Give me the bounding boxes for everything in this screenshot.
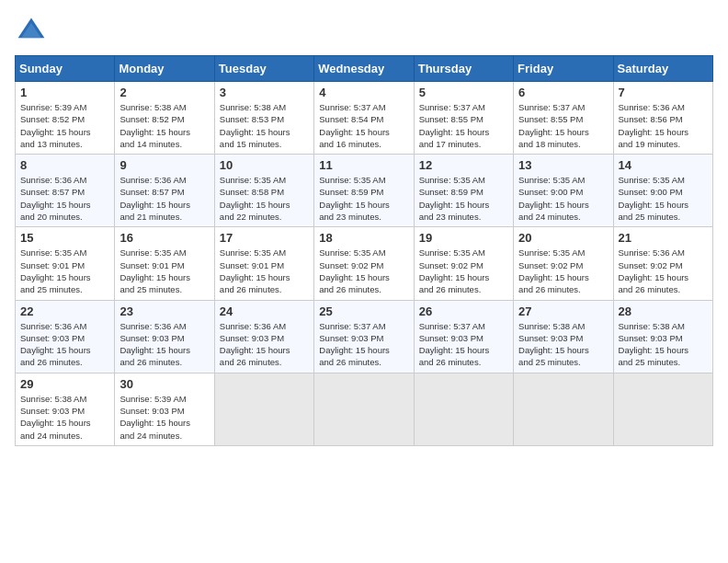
calendar-header-row: SundayMondayTuesdayWednesdayThursdayFrid… bbox=[16, 56, 713, 82]
calendar-week-4: 22 Sunrise: 5:36 AM Sunset: 9:03 PM Dayl… bbox=[16, 300, 713, 373]
day-info: Sunrise: 5:35 AM Sunset: 9:01 PM Dayligh… bbox=[20, 247, 109, 295]
calendar-header-sunday: Sunday bbox=[16, 56, 115, 82]
calendar-week-3: 15 Sunrise: 5:35 AM Sunset: 9:01 PM Dayl… bbox=[16, 227, 713, 300]
logo-icon bbox=[15, 15, 48, 48]
day-info: Sunrise: 5:37 AM Sunset: 8:54 PM Dayligh… bbox=[319, 101, 408, 150]
calendar-cell: 11 Sunrise: 5:35 AM Sunset: 8:59 PM Dayl… bbox=[314, 155, 414, 227]
calendar-cell: 22 Sunrise: 5:36 AM Sunset: 9:03 PM Dayl… bbox=[16, 300, 115, 373]
calendar-cell: 25 Sunrise: 5:37 AM Sunset: 9:03 PM Dayl… bbox=[314, 300, 414, 373]
calendar-cell: 4 Sunrise: 5:37 AM Sunset: 8:54 PM Dayli… bbox=[314, 82, 414, 155]
calendar-cell: 12 Sunrise: 5:35 AM Sunset: 8:59 PM Dayl… bbox=[414, 155, 513, 227]
day-number: 30 bbox=[119, 377, 209, 391]
day-info: Sunrise: 5:37 AM Sunset: 8:55 PM Dayligh… bbox=[419, 101, 508, 150]
calendar-header-monday: Monday bbox=[115, 56, 214, 82]
calendar-cell bbox=[214, 373, 313, 445]
calendar-week-5: 29 Sunrise: 5:38 AM Sunset: 9:03 PM Dayl… bbox=[16, 373, 713, 445]
day-number: 18 bbox=[319, 231, 408, 245]
day-number: 25 bbox=[319, 304, 408, 318]
day-number: 3 bbox=[220, 86, 309, 99]
day-info: Sunrise: 5:35 AM Sunset: 9:01 PM Dayligh… bbox=[220, 247, 309, 295]
day-number: 8 bbox=[20, 158, 109, 172]
calendar-header-saturday: Saturday bbox=[613, 56, 712, 82]
day-info: Sunrise: 5:37 AM Sunset: 8:55 PM Dayligh… bbox=[518, 101, 608, 150]
calendar-cell bbox=[414, 373, 513, 445]
calendar-cell: 21 Sunrise: 5:36 AM Sunset: 9:02 PM Dayl… bbox=[613, 227, 712, 300]
day-info: Sunrise: 5:35 AM Sunset: 9:02 PM Dayligh… bbox=[419, 247, 508, 295]
calendar-cell: 18 Sunrise: 5:35 AM Sunset: 9:02 PM Dayl… bbox=[314, 227, 414, 300]
day-number: 29 bbox=[20, 377, 109, 391]
day-info: Sunrise: 5:39 AM Sunset: 9:03 PM Dayligh… bbox=[119, 393, 209, 442]
day-info: Sunrise: 5:38 AM Sunset: 9:03 PM Dayligh… bbox=[518, 320, 608, 369]
calendar-cell: 28 Sunrise: 5:38 AM Sunset: 9:03 PM Dayl… bbox=[613, 300, 712, 373]
calendar-cell: 30 Sunrise: 5:39 AM Sunset: 9:03 PM Dayl… bbox=[115, 373, 214, 445]
day-number: 6 bbox=[518, 86, 608, 99]
calendar-cell: 15 Sunrise: 5:35 AM Sunset: 9:01 PM Dayl… bbox=[16, 227, 115, 300]
day-number: 26 bbox=[419, 304, 508, 318]
day-number: 20 bbox=[518, 231, 608, 245]
day-info: Sunrise: 5:35 AM Sunset: 8:59 PM Dayligh… bbox=[319, 174, 408, 223]
calendar-cell: 27 Sunrise: 5:38 AM Sunset: 9:03 PM Dayl… bbox=[514, 300, 613, 373]
calendar-cell bbox=[613, 373, 712, 445]
day-number: 4 bbox=[319, 86, 408, 99]
day-info: Sunrise: 5:36 AM Sunset: 9:03 PM Dayligh… bbox=[119, 320, 209, 369]
day-number: 2 bbox=[119, 86, 209, 99]
day-number: 28 bbox=[619, 304, 708, 318]
day-number: 1 bbox=[20, 86, 109, 99]
day-info: Sunrise: 5:36 AM Sunset: 9:03 PM Dayligh… bbox=[220, 320, 309, 369]
day-info: Sunrise: 5:35 AM Sunset: 9:01 PM Dayligh… bbox=[119, 247, 209, 295]
calendar-cell: 3 Sunrise: 5:38 AM Sunset: 8:53 PM Dayli… bbox=[214, 82, 313, 155]
day-number: 11 bbox=[319, 158, 408, 172]
day-info: Sunrise: 5:36 AM Sunset: 8:56 PM Dayligh… bbox=[619, 101, 708, 150]
day-number: 14 bbox=[619, 158, 708, 172]
calendar-cell: 17 Sunrise: 5:35 AM Sunset: 9:01 PM Dayl… bbox=[214, 227, 313, 300]
day-info: Sunrise: 5:38 AM Sunset: 8:52 PM Dayligh… bbox=[119, 101, 209, 150]
calendar-week-1: 1 Sunrise: 5:39 AM Sunset: 8:52 PM Dayli… bbox=[16, 82, 713, 155]
calendar-cell: 20 Sunrise: 5:35 AM Sunset: 9:02 PM Dayl… bbox=[514, 227, 613, 300]
day-info: Sunrise: 5:35 AM Sunset: 9:02 PM Dayligh… bbox=[319, 247, 408, 295]
calendar-cell: 14 Sunrise: 5:35 AM Sunset: 9:00 PM Dayl… bbox=[613, 155, 712, 227]
day-number: 17 bbox=[220, 231, 309, 245]
calendar-cell: 6 Sunrise: 5:37 AM Sunset: 8:55 PM Dayli… bbox=[514, 82, 613, 155]
calendar-cell: 26 Sunrise: 5:37 AM Sunset: 9:03 PM Dayl… bbox=[414, 300, 513, 373]
calendar-cell: 8 Sunrise: 5:36 AM Sunset: 8:57 PM Dayli… bbox=[16, 155, 115, 227]
calendar-week-2: 8 Sunrise: 5:36 AM Sunset: 8:57 PM Dayli… bbox=[16, 155, 713, 227]
day-info: Sunrise: 5:35 AM Sunset: 9:00 PM Dayligh… bbox=[518, 174, 608, 223]
calendar-cell: 2 Sunrise: 5:38 AM Sunset: 8:52 PM Dayli… bbox=[115, 82, 214, 155]
page-header bbox=[15, 15, 713, 48]
day-number: 12 bbox=[419, 158, 508, 172]
calendar-header-wednesday: Wednesday bbox=[314, 56, 414, 82]
calendar-cell: 24 Sunrise: 5:36 AM Sunset: 9:03 PM Dayl… bbox=[214, 300, 313, 373]
day-info: Sunrise: 5:36 AM Sunset: 9:02 PM Dayligh… bbox=[619, 247, 708, 295]
day-number: 22 bbox=[20, 304, 109, 318]
day-info: Sunrise: 5:36 AM Sunset: 8:57 PM Dayligh… bbox=[20, 174, 109, 223]
calendar-cell: 23 Sunrise: 5:36 AM Sunset: 9:03 PM Dayl… bbox=[115, 300, 214, 373]
calendar-cell: 1 Sunrise: 5:39 AM Sunset: 8:52 PM Dayli… bbox=[16, 82, 115, 155]
calendar-cell: 29 Sunrise: 5:38 AM Sunset: 9:03 PM Dayl… bbox=[16, 373, 115, 445]
day-number: 21 bbox=[619, 231, 708, 245]
day-number: 9 bbox=[119, 158, 209, 172]
day-number: 13 bbox=[518, 158, 608, 172]
day-info: Sunrise: 5:38 AM Sunset: 9:03 PM Dayligh… bbox=[619, 320, 708, 369]
day-info: Sunrise: 5:35 AM Sunset: 9:02 PM Dayligh… bbox=[518, 247, 608, 295]
calendar-cell: 9 Sunrise: 5:36 AM Sunset: 8:57 PM Dayli… bbox=[115, 155, 214, 227]
day-info: Sunrise: 5:36 AM Sunset: 8:57 PM Dayligh… bbox=[119, 174, 209, 223]
calendar-cell: 10 Sunrise: 5:35 AM Sunset: 8:58 PM Dayl… bbox=[214, 155, 313, 227]
day-info: Sunrise: 5:37 AM Sunset: 9:03 PM Dayligh… bbox=[419, 320, 508, 369]
day-number: 15 bbox=[20, 231, 109, 245]
day-info: Sunrise: 5:35 AM Sunset: 8:58 PM Dayligh… bbox=[220, 174, 309, 223]
day-info: Sunrise: 5:36 AM Sunset: 9:03 PM Dayligh… bbox=[20, 320, 109, 369]
day-info: Sunrise: 5:38 AM Sunset: 8:53 PM Dayligh… bbox=[220, 101, 309, 150]
day-number: 27 bbox=[518, 304, 608, 318]
calendar-cell bbox=[314, 373, 414, 445]
calendar-header-friday: Friday bbox=[514, 56, 613, 82]
day-info: Sunrise: 5:35 AM Sunset: 9:00 PM Dayligh… bbox=[619, 174, 708, 223]
calendar-header-tuesday: Tuesday bbox=[214, 56, 313, 82]
day-number: 10 bbox=[220, 158, 309, 172]
day-number: 19 bbox=[419, 231, 508, 245]
day-number: 16 bbox=[119, 231, 209, 245]
calendar-cell bbox=[514, 373, 613, 445]
calendar-cell: 19 Sunrise: 5:35 AM Sunset: 9:02 PM Dayl… bbox=[414, 227, 513, 300]
calendar-cell: 16 Sunrise: 5:35 AM Sunset: 9:01 PM Dayl… bbox=[115, 227, 214, 300]
day-number: 5 bbox=[419, 86, 508, 99]
day-info: Sunrise: 5:38 AM Sunset: 9:03 PM Dayligh… bbox=[20, 393, 109, 442]
